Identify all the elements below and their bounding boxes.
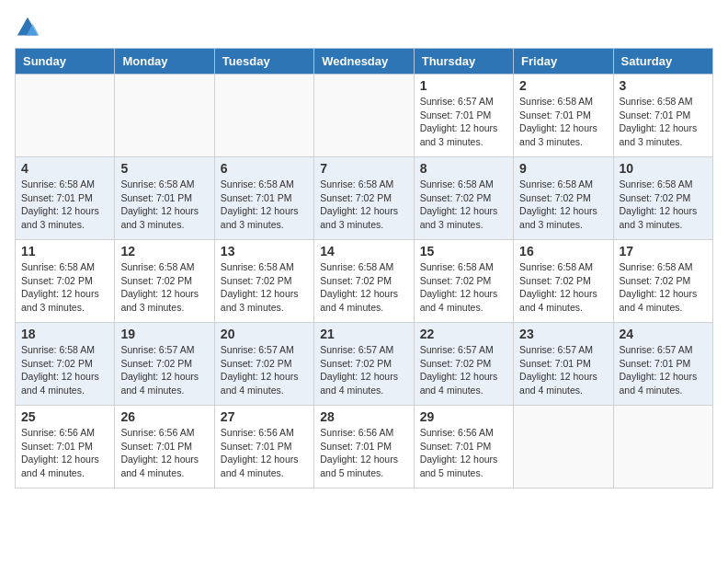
- day-detail: Sunrise: 6:58 AM Sunset: 7:02 PM Dayligh…: [519, 178, 607, 232]
- page-header: [15, 15, 713, 40]
- calendar-day-cell: 3Sunrise: 6:58 AM Sunset: 7:01 PM Daylig…: [613, 75, 712, 157]
- day-detail: Sunrise: 6:58 AM Sunset: 7:02 PM Dayligh…: [420, 178, 507, 232]
- weekday-header-sunday: Sunday: [16, 49, 115, 75]
- day-number: 4: [21, 161, 108, 176]
- day-number: 22: [420, 327, 507, 341]
- calendar-day-cell: 4Sunrise: 6:58 AM Sunset: 7:01 PM Daylig…: [16, 157, 115, 240]
- day-detail: Sunrise: 6:57 AM Sunset: 7:01 PM Dayligh…: [519, 343, 607, 397]
- calendar-day-cell: 5Sunrise: 6:58 AM Sunset: 7:01 PM Daylig…: [115, 157, 214, 240]
- weekday-header-wednesday: Wednesday: [314, 49, 414, 75]
- day-detail: Sunrise: 6:57 AM Sunset: 7:02 PM Dayligh…: [221, 343, 308, 397]
- weekday-header-saturday: Saturday: [613, 49, 712, 75]
- calendar-week-row: 18Sunrise: 6:58 AM Sunset: 7:02 PM Dayli…: [16, 323, 713, 406]
- day-detail: Sunrise: 6:58 AM Sunset: 7:02 PM Dayligh…: [120, 260, 208, 315]
- day-number: 9: [519, 161, 607, 176]
- calendar-week-row: 11Sunrise: 6:58 AM Sunset: 7:02 PM Dayli…: [16, 240, 713, 323]
- day-detail: Sunrise: 6:58 AM Sunset: 7:02 PM Dayligh…: [320, 260, 407, 315]
- calendar-day-cell: [613, 406, 712, 488]
- calendar-week-row: 1Sunrise: 6:57 AM Sunset: 7:01 PM Daylig…: [16, 75, 713, 157]
- day-number: 18: [21, 327, 108, 341]
- calendar-day-cell: 18Sunrise: 6:58 AM Sunset: 7:02 PM Dayli…: [16, 323, 115, 406]
- day-number: 5: [120, 161, 208, 176]
- calendar-table: SundayMondayTuesdayWednesdayThursdayFrid…: [15, 48, 713, 488]
- day-detail: Sunrise: 6:56 AM Sunset: 7:01 PM Dayligh…: [120, 426, 208, 480]
- day-detail: Sunrise: 6:58 AM Sunset: 7:02 PM Dayligh…: [320, 178, 407, 232]
- calendar-day-cell: [16, 75, 115, 157]
- calendar-day-cell: 19Sunrise: 6:57 AM Sunset: 7:02 PM Dayli…: [115, 323, 214, 406]
- weekday-header-monday: Monday: [115, 49, 214, 75]
- day-detail: Sunrise: 6:57 AM Sunset: 7:01 PM Dayligh…: [620, 343, 707, 397]
- day-detail: Sunrise: 6:58 AM Sunset: 7:02 PM Dayligh…: [21, 343, 108, 397]
- calendar-day-cell: 24Sunrise: 6:57 AM Sunset: 7:01 PM Dayli…: [613, 323, 712, 406]
- day-number: 25: [21, 409, 108, 424]
- day-number: 23: [519, 327, 607, 341]
- calendar-week-row: 4Sunrise: 6:58 AM Sunset: 7:01 PM Daylig…: [16, 157, 713, 240]
- calendar-day-cell: [514, 406, 613, 488]
- day-number: 2: [519, 78, 607, 93]
- day-number: 21: [320, 327, 407, 341]
- calendar-day-cell: 29Sunrise: 6:56 AM Sunset: 7:01 PM Dayli…: [414, 406, 513, 488]
- calendar-day-cell: 8Sunrise: 6:58 AM Sunset: 7:02 PM Daylig…: [414, 157, 513, 240]
- calendar-day-cell: 25Sunrise: 6:56 AM Sunset: 7:01 PM Dayli…: [16, 406, 115, 488]
- day-number: 16: [519, 244, 607, 259]
- day-number: 6: [221, 161, 308, 176]
- calendar-day-cell: 21Sunrise: 6:57 AM Sunset: 7:02 PM Dayli…: [314, 323, 414, 406]
- logo: [15, 15, 48, 40]
- calendar-day-cell: 15Sunrise: 6:58 AM Sunset: 7:02 PM Dayli…: [414, 240, 513, 323]
- calendar-day-cell: 13Sunrise: 6:58 AM Sunset: 7:02 PM Dayli…: [214, 240, 313, 323]
- day-detail: Sunrise: 6:57 AM Sunset: 7:02 PM Dayligh…: [420, 343, 507, 397]
- day-number: 26: [120, 409, 208, 424]
- calendar-day-cell: 22Sunrise: 6:57 AM Sunset: 7:02 PM Dayli…: [414, 323, 513, 406]
- calendar-day-cell: 11Sunrise: 6:58 AM Sunset: 7:02 PM Dayli…: [16, 240, 115, 323]
- day-number: 10: [620, 161, 707, 176]
- calendar-day-cell: 7Sunrise: 6:58 AM Sunset: 7:02 PM Daylig…: [314, 157, 414, 240]
- day-number: 12: [120, 244, 208, 259]
- day-detail: Sunrise: 6:58 AM Sunset: 7:02 PM Dayligh…: [221, 260, 308, 315]
- day-detail: Sunrise: 6:58 AM Sunset: 7:01 PM Dayligh…: [120, 178, 208, 232]
- day-number: 8: [420, 161, 507, 176]
- calendar-day-cell: 6Sunrise: 6:58 AM Sunset: 7:01 PM Daylig…: [214, 157, 313, 240]
- day-detail: Sunrise: 6:56 AM Sunset: 7:01 PM Dayligh…: [221, 426, 308, 480]
- weekday-header-row: SundayMondayTuesdayWednesdayThursdayFrid…: [16, 49, 713, 75]
- day-detail: Sunrise: 6:58 AM Sunset: 7:01 PM Dayligh…: [21, 178, 108, 232]
- calendar-day-cell: 9Sunrise: 6:58 AM Sunset: 7:02 PM Daylig…: [514, 157, 613, 240]
- calendar-day-cell: 12Sunrise: 6:58 AM Sunset: 7:02 PM Dayli…: [115, 240, 214, 323]
- day-detail: Sunrise: 6:58 AM Sunset: 7:01 PM Dayligh…: [221, 178, 308, 232]
- calendar-week-row: 25Sunrise: 6:56 AM Sunset: 7:01 PM Dayli…: [16, 406, 713, 488]
- day-number: 29: [420, 409, 507, 424]
- weekday-header-tuesday: Tuesday: [214, 49, 313, 75]
- calendar-day-cell: [115, 75, 214, 157]
- day-detail: Sunrise: 6:58 AM Sunset: 7:02 PM Dayligh…: [519, 260, 607, 315]
- day-number: 7: [320, 161, 407, 176]
- day-detail: Sunrise: 6:58 AM Sunset: 7:02 PM Dayligh…: [620, 178, 707, 232]
- calendar-day-cell: 1Sunrise: 6:57 AM Sunset: 7:01 PM Daylig…: [414, 75, 513, 157]
- calendar-day-cell: 26Sunrise: 6:56 AM Sunset: 7:01 PM Dayli…: [115, 406, 214, 488]
- calendar-day-cell: 27Sunrise: 6:56 AM Sunset: 7:01 PM Dayli…: [214, 406, 313, 488]
- calendar-day-cell: 28Sunrise: 6:56 AM Sunset: 7:01 PM Dayli…: [314, 406, 414, 488]
- day-number: 28: [320, 409, 407, 424]
- day-number: 17: [620, 244, 707, 259]
- day-number: 1: [420, 78, 507, 93]
- day-detail: Sunrise: 6:57 AM Sunset: 7:02 PM Dayligh…: [120, 343, 208, 397]
- day-detail: Sunrise: 6:57 AM Sunset: 7:02 PM Dayligh…: [320, 343, 407, 397]
- calendar-day-cell: [314, 75, 414, 157]
- day-number: 13: [221, 244, 308, 259]
- calendar-day-cell: 16Sunrise: 6:58 AM Sunset: 7:02 PM Dayli…: [514, 240, 613, 323]
- day-detail: Sunrise: 6:58 AM Sunset: 7:02 PM Dayligh…: [420, 260, 507, 315]
- day-detail: Sunrise: 6:56 AM Sunset: 7:01 PM Dayligh…: [21, 426, 108, 480]
- day-detail: Sunrise: 6:58 AM Sunset: 7:02 PM Dayligh…: [620, 260, 707, 315]
- calendar-day-cell: 23Sunrise: 6:57 AM Sunset: 7:01 PM Dayli…: [514, 323, 613, 406]
- day-number: 11: [21, 244, 108, 259]
- day-number: 27: [221, 409, 308, 424]
- day-number: 19: [120, 327, 208, 341]
- day-detail: Sunrise: 6:58 AM Sunset: 7:01 PM Dayligh…: [620, 95, 707, 149]
- day-number: 20: [221, 327, 308, 341]
- day-number: 3: [620, 78, 707, 93]
- calendar-day-cell: 2Sunrise: 6:58 AM Sunset: 7:01 PM Daylig…: [514, 75, 613, 157]
- day-detail: Sunrise: 6:57 AM Sunset: 7:01 PM Dayligh…: [420, 95, 507, 149]
- weekday-header-thursday: Thursday: [414, 49, 513, 75]
- day-detail: Sunrise: 6:58 AM Sunset: 7:01 PM Dayligh…: [519, 95, 607, 149]
- calendar-day-cell: 14Sunrise: 6:58 AM Sunset: 7:02 PM Dayli…: [314, 240, 414, 323]
- day-detail: Sunrise: 6:56 AM Sunset: 7:01 PM Dayligh…: [320, 426, 407, 480]
- logo-icon: [15, 15, 40, 40]
